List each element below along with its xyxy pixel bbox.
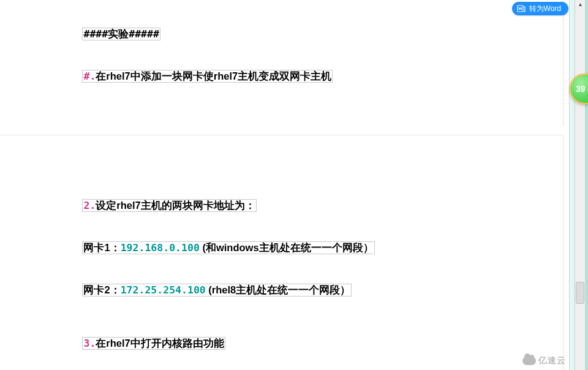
step-1-line: #.在rhel7中添加一块网卡使rhel7主机变成双网卡主机 (34, 55, 529, 97)
sysctl-a-line: [root@rhel7_node1 network-scripts]# sysc… (34, 364, 529, 370)
step-3-line: 3.在rhel7中打开内核路由功能 (34, 322, 529, 364)
convert-to-word-button[interactable]: 转为Word (512, 2, 568, 15)
nic1-note: (和windows主机处在统一一个网段） (200, 242, 374, 253)
watermark-text: 亿速云 (538, 355, 566, 366)
step-2-box: 2.设定rhel7主机的两块网卡地址为： (83, 200, 255, 211)
watermark-logo: 亿速云 (522, 355, 566, 366)
word-icon (517, 4, 526, 13)
page-1: ####实验##### #.在rhel7中添加一块网卡使rhel7主机变成双网卡… (0, 0, 564, 129)
step-3-text: 在rhel7中打开内核路由功能 (96, 338, 224, 349)
nic2-note: (rhel8主机处在统一一个网段） (206, 284, 351, 295)
nic1-ip: 192.168.0.100 (121, 242, 200, 254)
page-2: 2.设定rhel7主机的两块网卡地址为： 网卡1：192.168.0.100 (… (0, 135, 564, 370)
convert-to-word-label: 转为Word (529, 2, 561, 15)
nic2-line: 网卡2：172.25.254.100 (rhel8主机处在统一一个网段） (34, 269, 529, 311)
nic1-box: 网卡1：192.168.0.100 (和windows主机处在统一一个网段） (83, 242, 374, 254)
scrollbar[interactable]: ▴ (575, 0, 586, 370)
viewport: ####实验##### #.在rhel7中添加一块网卡使rhel7主机变成双网卡… (0, 0, 588, 370)
step-1-text: 在rhel7中添加一块网卡使rhel7主机变成双网卡主机 (96, 70, 331, 81)
step-2-line: 2.设定rhel7主机的两块网卡地址为： (34, 184, 529, 227)
nic2-ip: 172.25.254.100 (121, 284, 206, 296)
heading-experiment: ####实验##### (34, 13, 529, 55)
progress-badge-value: 39 (576, 84, 586, 94)
step-2-text: 设定rhel7主机的两块网卡地址为： (96, 200, 255, 211)
step-3-box: 3.在rhel7中打开内核路由功能 (83, 338, 224, 349)
nic2-box: 网卡2：172.25.254.100 (rhel8主机处在统一一个网段） (83, 284, 351, 296)
scroll-thumb[interactable] (576, 282, 584, 304)
step-1-box: #.在rhel7中添加一块网卡使rhel7主机变成双网卡主机 (83, 70, 332, 82)
step-1-num: #. (83, 70, 96, 82)
heading-experiment-text: ####实验##### (83, 28, 159, 40)
step-3-num: 3. (83, 338, 96, 349)
document-area: ####实验##### #.在rhel7中添加一块网卡使rhel7主机变成双网卡… (0, 0, 570, 370)
nic2-label: 网卡2： (83, 284, 120, 295)
nic1-label: 网卡1： (83, 242, 120, 253)
step-2-num: 2. (83, 200, 96, 211)
cloud-icon (522, 357, 536, 365)
nic1-line: 网卡1：192.168.0.100 (和windows主机处在统一一个网段） (34, 227, 529, 269)
scroll-up-button[interactable]: ▴ (575, 0, 585, 9)
